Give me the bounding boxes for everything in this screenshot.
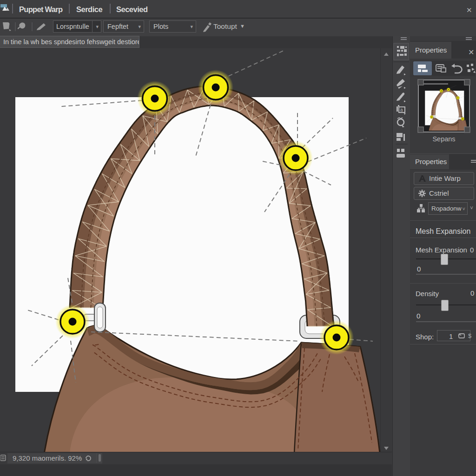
svg-text:$: $ [468, 332, 472, 339]
svg-text:a: a [400, 107, 403, 112]
